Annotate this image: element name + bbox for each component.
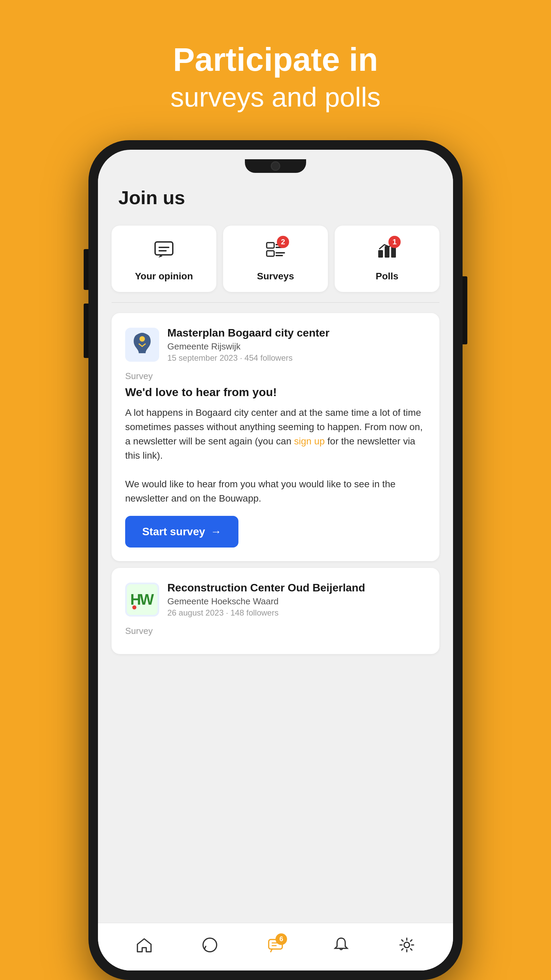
polls-card[interactable]: 1 Polls	[335, 226, 440, 292]
nav-notifications[interactable]	[332, 936, 350, 958]
svg-rect-9	[378, 250, 383, 258]
org-title-1: Masterplan Bogaard city center	[167, 327, 330, 339]
surveys-label: Surveys	[257, 271, 294, 282]
home-icon	[135, 936, 153, 958]
surveys-badge: 2	[277, 236, 289, 248]
org-info-1: Masterplan Bogaard city center Gemeente …	[167, 327, 330, 363]
start-survey-arrow: →	[211, 525, 221, 538]
followers-1: 454 followers	[245, 353, 292, 363]
content-body-1: A lot happens in Bogaard city center and…	[125, 406, 426, 506]
org-logo-hoeksche: H W	[125, 582, 159, 617]
separator-2: ·	[226, 608, 230, 617]
org-meta-1: 15 september 2023 · 454 followers	[167, 353, 330, 363]
chat-badge: 6	[275, 933, 287, 945]
quick-cards-row: Your opinion	[98, 219, 453, 302]
feed-card-1[interactable]: Masterplan Bogaard city center Gemeente …	[111, 313, 440, 561]
bottom-navigation: 6	[98, 923, 453, 970]
power-button	[462, 276, 467, 344]
org-logo-rijswijk	[125, 328, 159, 362]
polls-label: Polls	[376, 271, 399, 282]
bell-icon	[332, 936, 350, 958]
svg-text:H: H	[130, 591, 141, 608]
org-title-2: Reconstruction Center Oud Beijerland	[167, 582, 365, 594]
date-1: 15 september 2023	[167, 353, 238, 363]
svg-point-14	[140, 336, 145, 342]
org-info-2: Reconstruction Center Oud Beijerland Gem…	[167, 582, 365, 617]
polls-icon: 1	[377, 239, 397, 264]
message-icon	[201, 936, 219, 958]
polls-badge: 1	[388, 236, 401, 248]
separator-1: ·	[240, 353, 244, 363]
nav-settings[interactable]	[398, 936, 416, 958]
content-type-1: Survey	[125, 371, 426, 382]
surveys-icon: 2	[265, 239, 286, 264]
svg-point-19	[203, 938, 217, 952]
svg-point-23	[404, 942, 410, 948]
settings-icon	[398, 936, 416, 958]
phone-notch	[245, 159, 306, 173]
your-opinion-card[interactable]: Your opinion	[111, 226, 216, 292]
screen-content: Join us Your	[98, 150, 453, 970]
org-header-1: Masterplan Bogaard city center Gemeente …	[125, 327, 426, 363]
svg-rect-3	[267, 243, 274, 248]
surveys-card[interactable]: 2 Surveys	[223, 226, 328, 292]
start-survey-label: Start survey	[142, 525, 205, 538]
phone-frame: Join us Your	[89, 140, 462, 980]
page-header: Participate in surveys and polls	[150, 0, 401, 140]
date-2: 26 august 2023	[167, 608, 224, 617]
svg-rect-10	[385, 246, 389, 258]
svg-rect-0	[155, 242, 173, 255]
nav-home[interactable]	[135, 936, 153, 958]
your-opinion-label: Your opinion	[135, 271, 193, 282]
volume-down-button	[84, 304, 89, 358]
front-camera	[271, 161, 280, 171]
svg-rect-6	[267, 251, 274, 256]
volume-up-button	[84, 249, 89, 290]
org-header-2: H W Reconstruction Center Oud Beijerland…	[125, 582, 426, 617]
feed-card-2[interactable]: H W Reconstruction Center Oud Beijerland…	[111, 568, 440, 654]
start-survey-button[interactable]: Start survey →	[125, 516, 238, 547]
svg-text:W: W	[140, 591, 154, 608]
app-header: Join us	[98, 173, 453, 219]
header-line2: surveys and polls	[170, 82, 381, 113]
your-opinion-icon	[154, 239, 174, 264]
section-title: Join us	[118, 186, 433, 208]
svg-point-18	[132, 605, 137, 609]
sign-up-link[interactable]: sign up	[294, 436, 325, 447]
content-feed: Masterplan Bogaard city center Gemeente …	[98, 303, 453, 923]
phone-screen: Join us Your	[98, 150, 453, 970]
org-meta-2: 26 august 2023 · 148 followers	[167, 608, 365, 617]
nav-messages[interactable]	[201, 936, 219, 958]
followers-2: 148 followers	[230, 608, 279, 617]
content-type-2: Survey	[125, 626, 426, 636]
municipality-1: Gemeente Rijswijk	[167, 341, 330, 352]
header-line1: Participate in	[170, 41, 381, 78]
phone-mockup: Join us Your	[89, 140, 462, 980]
nav-chat[interactable]: 6	[267, 936, 284, 958]
municipality-2: Gemeente Hoeksche Waard	[167, 596, 365, 607]
content-title-1: We'd love to hear from you!	[125, 385, 426, 399]
body-text-part3: We would like to hear from you what you …	[125, 479, 395, 504]
